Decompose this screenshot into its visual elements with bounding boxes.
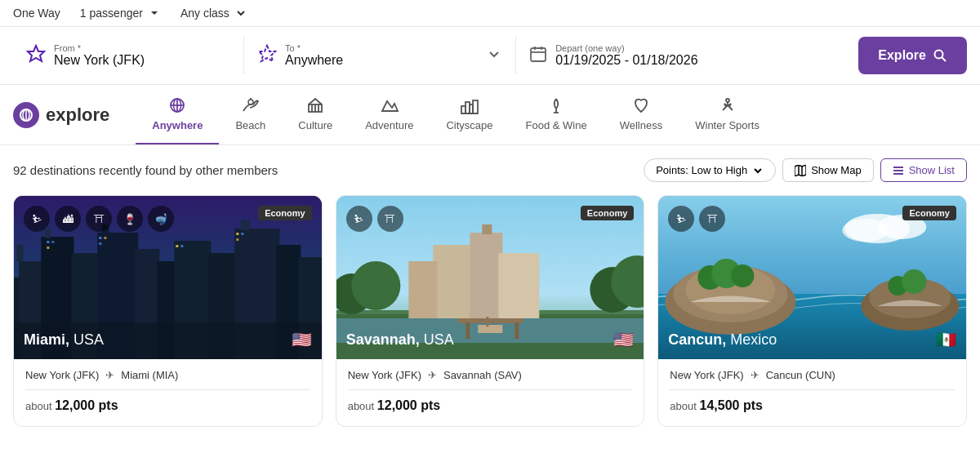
depart-label: Depart (one way) [555,43,697,53]
passengers-selector[interactable]: 1 passenger [80,7,161,20]
svg-rect-63 [236,238,238,241]
logo-icon [13,102,39,128]
content-header: 92 destinations recently found by other … [13,158,967,182]
svg-point-94 [902,269,927,294]
depart-value: 01/19/2025 - 01/18/2026 [555,53,697,68]
cancun-route: New York (JFK) ✈ Cancun (CUN) [670,369,955,381]
nav-item-culture[interactable]: Culture [282,85,349,144]
svg-rect-62 [241,233,243,235]
culture-icon [306,96,324,114]
chevron-down-icon [752,165,764,176]
destination-card-savannah[interactable]: ⛷ ⛩ Economy Savannah, USA 🇺🇸 New York (J… [336,195,645,427]
origin-icon [26,44,46,67]
svg-rect-59 [176,245,178,247]
svg-point-90 [732,264,755,287]
destination-icon [257,44,277,67]
logo-text: explore [46,104,109,126]
to-label: To * [285,43,343,53]
svg-point-97 [843,219,889,242]
explore-button[interactable]: Explore [858,37,967,74]
nav-item-food-wine[interactable]: Food & Wine [510,85,604,144]
nav-item-anywhere[interactable]: Anywhere [136,85,219,144]
adventure-tag-icon: ⛷ [24,206,50,232]
svg-marker-30 [795,165,806,176]
nav-item-beach[interactable]: Beach [219,85,282,144]
destinations-count: 92 destinations recently found by other … [13,163,278,177]
miami-badge: Economy [258,206,312,220]
savannah-city-info: Savannah, USA 🇺🇸 [346,330,635,349]
svg-rect-56 [99,237,101,239]
from-label: From * [54,43,145,53]
wellness-tag-icon: 🤿 [148,206,174,232]
nav-item-adventure[interactable]: Adventure [349,85,430,144]
destination-card-miami[interactable]: ⛷ 🏙 ⛩ 🍷 🤿 Economy Miami, USA 🇺🇸 New York… [13,195,323,427]
cancun-city-name: Cancun, Mexico [668,331,777,349]
arrow-icon: ✈ [751,369,760,381]
svg-rect-75 [482,224,492,234]
adventure-tag-icon: ⛷ [346,206,372,232]
savannah-image: ⛷ ⛩ Economy Savannah, USA 🇺🇸 [336,196,644,359]
nav-adventure-label: Adventure [365,119,413,131]
nav-culture-label: Culture [298,119,332,131]
nav-item-wellness[interactable]: Wellness [604,85,679,144]
svg-rect-57 [104,237,106,239]
savannah-points: about 12,000 pts [348,398,633,413]
svg-rect-76 [498,253,539,318]
chevron-down-icon [234,7,247,20]
svg-point-28 [726,99,729,102]
to-field[interactable]: To * Anywhere [244,37,516,74]
svg-rect-58 [99,242,101,245]
svg-point-70 [351,261,400,310]
nav-cityscape-label: Cityscape [446,119,492,131]
svg-rect-74 [470,233,502,318]
nav-beach-label: Beach [235,119,265,131]
arrow-icon: ✈ [105,369,114,381]
nav-winter-sports-label: Winter Sports [695,119,760,131]
dropdown-arrow [486,46,502,65]
nav-bar: explore Anywhere Beach Culture Adventure… [0,85,980,145]
nav-item-cityscape[interactable]: Cityscape [430,85,509,144]
arrow-icon: ✈ [428,369,437,381]
cityscape-tag-icon: 🏙 [55,206,81,232]
cancun-to: Cancun (CUN) [766,369,835,381]
cancun-from: New York (JFK) [670,369,743,381]
anywhere-icon [168,96,186,114]
svg-rect-2 [531,48,546,61]
cancun-flag: 🇲🇽 [936,330,956,349]
trip-type-selector[interactable]: One Way [13,7,60,20]
search-icon [933,48,947,63]
nav-food-wine-label: Food & Wine [526,119,587,131]
cancun-badge: Economy [902,206,956,220]
class-selector[interactable]: Any class [180,7,247,20]
miami-city-name: Miami, USA [24,331,104,349]
miami-flag: 🇺🇸 [292,330,312,349]
show-map-label: Show Map [811,164,861,176]
savannah-city-name: Savannah, USA [346,331,454,349]
class-label: Any class [180,7,229,20]
sort-button[interactable]: Points: Low to High [644,158,776,182]
search-bar: From * New York (JFK) To * Anywhere Depa… [0,27,980,85]
miami-card-body: New York (JFK) ✈ Miami (MIA) about 12,00… [14,359,322,426]
cancun-category-icons: ⛷ ⛩ [668,206,725,232]
show-list-label: Show List [909,164,955,176]
from-field[interactable]: From * New York (JFK) [13,37,244,74]
wellness-icon [632,96,650,114]
map-icon [795,165,806,176]
destination-card-cancun[interactable]: ⛷ ⛩ Economy Cancun, Mexico 🇲🇽 New York (… [657,195,967,427]
food-wine-icon [547,96,565,114]
passengers-label: 1 passenger [80,7,143,20]
cancun-city-info: Cancun, Mexico 🇲🇽 [668,330,956,349]
divider [348,389,633,390]
svg-marker-0 [28,46,44,61]
show-list-button[interactable]: Show List [880,158,967,182]
show-map-button[interactable]: Show Map [782,158,873,182]
miami-category-icons: ⛷ 🏙 ⛩ 🍷 🤿 [24,206,174,232]
nav-item-winter-sports[interactable]: Winter Sports [679,85,776,144]
svg-rect-53 [47,241,49,243]
miami-from: New York (JFK) [25,369,99,381]
depart-field[interactable]: Depart (one way) 01/19/2025 - 01/18/2026 [516,37,849,74]
svg-rect-82 [486,317,488,327]
svg-point-6 [934,51,942,59]
savannah-route: New York (JFK) ✈ Savannah (SAV) [348,369,633,381]
explore-label: Explore [878,48,926,63]
